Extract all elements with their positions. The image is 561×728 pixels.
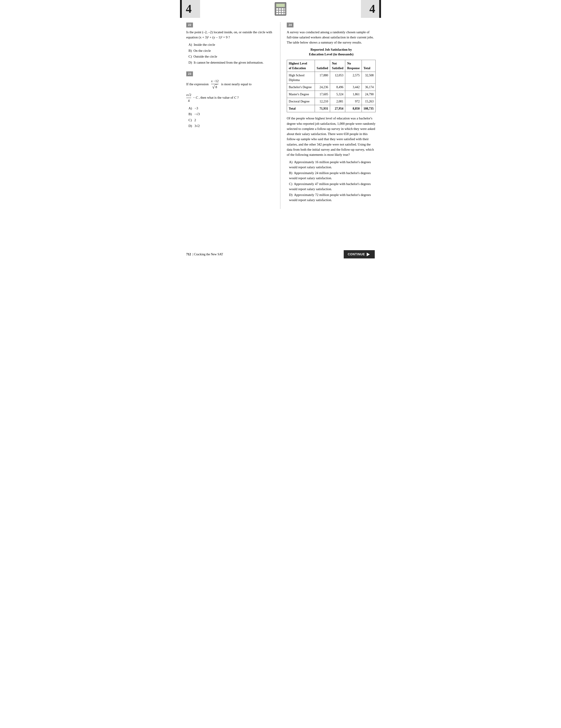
q23-text-line1: If the expression x −12 √ 8 is most near… xyxy=(186,79,275,90)
td-master-no-response: 1,861 xyxy=(345,91,362,98)
q23-choice-d-text: 3√2 xyxy=(194,124,200,128)
td-total-label: Total xyxy=(287,105,315,112)
left-column: 22 Is the point (–2, –2) located inside,… xyxy=(180,22,280,209)
th-no-response: NoResponse xyxy=(345,60,362,72)
question-24: 24 A survey was conducted among a random… xyxy=(287,22,376,202)
td-hs-no-response: 2,575 xyxy=(345,72,362,84)
td-doctoral: Doctoral Degree xyxy=(287,98,315,105)
svg-rect-6 xyxy=(276,10,278,12)
td-bachelor-total: 36,174 xyxy=(362,84,376,91)
content-columns: 22 Is the point (–2, –2) located inside,… xyxy=(180,22,381,209)
q23-choice-a-text: −3 xyxy=(194,106,198,110)
svg-rect-2 xyxy=(276,8,278,10)
th-total: Total xyxy=(362,60,376,72)
q24-choice-a: A) Approximately 16 million people with … xyxy=(289,160,376,170)
svg-rect-11 xyxy=(279,13,281,14)
q23-fraction-1: x −12 √ 8 xyxy=(211,79,219,90)
q22-choice-c: C) Outside the circle xyxy=(188,54,275,59)
page: 4 xyxy=(180,0,381,261)
svg-rect-3 xyxy=(279,8,281,10)
td-master: Master's Degree xyxy=(287,91,315,98)
q23-choice-a-letter: A) xyxy=(188,106,192,110)
q24-choice-a-letter: A) xyxy=(289,160,293,164)
td-hs-satisfied: 17,880 xyxy=(315,72,330,84)
svg-rect-1 xyxy=(276,4,285,7)
td-total-total: 108,735 xyxy=(362,105,376,112)
q24-choice-c: C) Approximately 47 million people with … xyxy=(289,181,376,191)
question-22: 22 Is the point (–2, –2) located inside,… xyxy=(186,22,275,65)
svg-rect-9 xyxy=(284,10,285,12)
q22-choice-d: D) It cannot be determined from the give… xyxy=(188,60,275,65)
th-education: Highest Levelof Education xyxy=(287,60,315,72)
q23-choice-a: A) −3 xyxy=(188,106,275,111)
left-section-number: 4 xyxy=(186,0,192,18)
th-not-satisfied: NotSatisfied xyxy=(330,60,345,72)
td-total-not-satisfied: 27,954 xyxy=(330,105,345,112)
q24-choice-c-letter: C) xyxy=(289,182,292,186)
page-header: 4 xyxy=(180,0,381,18)
q22-choice-b: B) On the circle xyxy=(188,48,275,53)
table-row-total: Total 71,931 27,954 8,850 108,735 xyxy=(287,105,376,112)
q22-choice-d-letter: D) xyxy=(188,61,192,64)
td-hs-not-satisfied: 12,053 xyxy=(330,72,345,84)
td-master-satisfied: 17,605 xyxy=(315,91,330,98)
header-left-num: 4 xyxy=(180,0,200,18)
svg-rect-8 xyxy=(282,10,284,12)
svg-rect-12 xyxy=(282,13,284,14)
right-section-number: 4 xyxy=(369,0,375,18)
header-center xyxy=(200,0,361,18)
q24-choice-b: B) Approximately 24 million people with … xyxy=(289,171,376,181)
q23-fraction-2: x√2 4 xyxy=(186,92,191,104)
table-row: Doctoral Degree 12,210 2,081 972 15,263 xyxy=(287,98,376,105)
q24-follow-up-text: Of the people whose highest level of edu… xyxy=(287,116,376,157)
continue-label: CONTINUE xyxy=(348,252,365,257)
th-satisfied: Satisfied xyxy=(315,60,330,72)
q22-choice-d-text: It cannot be determined from the given i… xyxy=(194,61,263,64)
q23-choice-b-text: −√3 xyxy=(194,112,200,116)
q22-choice-c-text: Outside the circle xyxy=(194,55,217,58)
page-number: 712 xyxy=(186,253,191,256)
td-doctoral-total: 15,263 xyxy=(362,98,376,105)
continue-arrow-icon xyxy=(367,253,370,256)
q22-choice-a-letter: A) xyxy=(188,43,192,46)
q22-choice-b-letter: B) xyxy=(188,49,192,52)
q23-choice-b-letter: B) xyxy=(188,112,192,116)
book-title: | Cracking the New SAT xyxy=(192,253,223,256)
table-row: High School Diploma 17,880 12,053 2,575 … xyxy=(287,72,376,84)
table-row: Bachelor's Degree 24,236 8,496 3,442 36,… xyxy=(287,84,376,91)
td-bachelor-not-satisfied: 8,496 xyxy=(330,84,345,91)
td-bachelor: Bachelor's Degree xyxy=(287,84,315,91)
svg-rect-4 xyxy=(282,8,284,10)
continue-button[interactable]: CONTINUE xyxy=(344,250,375,258)
q24-choice-b-text: Approximately 24 million people with bac… xyxy=(289,171,371,180)
svg-rect-13 xyxy=(284,13,285,14)
q23-choice-c: C) 2 xyxy=(188,118,275,123)
q24-choice-c-text: Approximately 47 million people with bac… xyxy=(289,182,371,191)
q24-table-title: Reported Job Satisfaction by Education L… xyxy=(287,47,376,57)
q24-intro: A survey was conducted among a randomly … xyxy=(287,30,376,45)
q23-choice-c-letter: C) xyxy=(188,118,192,122)
td-master-total: 24,790 xyxy=(362,91,376,98)
q22-choice-a: A) Inside the circle xyxy=(188,42,275,47)
table-header-row: Highest Levelof Education Satisfied NotS… xyxy=(287,60,376,72)
q24-choice-b-letter: B) xyxy=(289,171,292,175)
q23-text-line2: x√2 4 − C , then what is the value of C … xyxy=(186,92,275,104)
svg-rect-5 xyxy=(284,8,285,10)
question-23: 23 If the expression x −12 √ 8 xyxy=(186,71,275,129)
svg-rect-7 xyxy=(279,10,281,12)
q22-number-badge: 22 xyxy=(186,22,275,30)
q23-choice-c-text: 2 xyxy=(194,118,196,122)
q24-number-badge: 24 xyxy=(287,22,376,30)
q22-choice-c-letter: C) xyxy=(188,55,192,58)
header-right-num: 4 xyxy=(361,0,381,18)
q24-choice-a-text: Approximately 16 million people with bac… xyxy=(289,160,371,169)
q22-choice-a-text: Inside the circle xyxy=(194,43,215,46)
td-bachelor-satisfied: 24,236 xyxy=(315,84,330,91)
q24-table: Highest Levelof Education Satisfied NotS… xyxy=(287,60,376,112)
q22-text: Is the point (–2, –2) located inside, on… xyxy=(186,30,275,40)
q23-choice-d-letter: D) xyxy=(188,124,192,128)
td-doctoral-satisfied: 12,210 xyxy=(315,98,330,105)
q23-choice-b: B) −√3 xyxy=(188,112,275,117)
q24-choice-d-letter: D) xyxy=(289,193,293,197)
calculator-icon xyxy=(274,2,287,16)
